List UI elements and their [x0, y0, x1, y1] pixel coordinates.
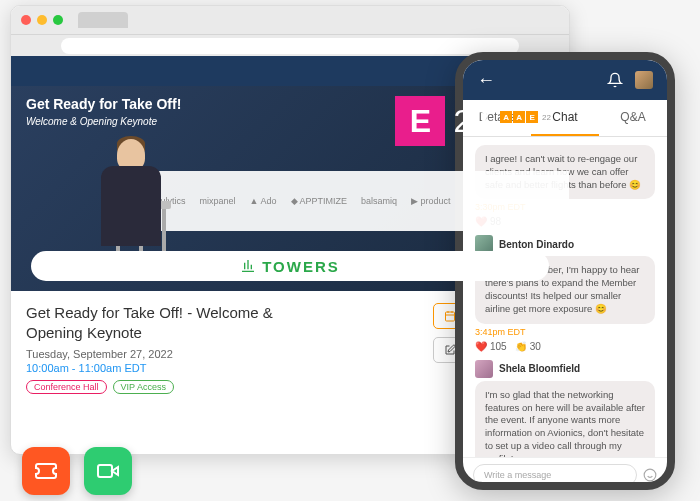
- browser-tab[interactable]: [78, 12, 128, 28]
- tag-conference-hall[interactable]: Conference Hall: [26, 380, 107, 394]
- svg-point-1: [644, 469, 656, 481]
- aae-badge: A A E 22: [500, 111, 551, 123]
- url-field[interactable]: [61, 38, 519, 54]
- session-video[interactable]: Get Ready for Take Off! Welcome & Openin…: [11, 86, 569, 291]
- phone-tabs: Details Chat Q&A: [463, 100, 667, 137]
- window-max-dot[interactable]: [53, 15, 63, 25]
- user-avatar[interactable]: [635, 71, 653, 89]
- browser-titlebar: [11, 6, 569, 34]
- window-close-dot[interactable]: [21, 15, 31, 25]
- svg-rect-0: [446, 312, 455, 321]
- svg-rect-2: [98, 465, 112, 477]
- event-logo: E 22: [395, 96, 489, 146]
- chat-message: Shela Bloomfield I'm so glad that the ne…: [475, 360, 655, 457]
- fab-row: [22, 447, 132, 495]
- reactions[interactable]: ❤️ 105 👏 30: [475, 341, 655, 352]
- bell-icon[interactable]: [607, 72, 623, 88]
- video-button[interactable]: [84, 447, 132, 495]
- phone-header: ←: [463, 60, 667, 100]
- tag-vip-access[interactable]: VIP Access: [113, 380, 174, 394]
- window-min-dot[interactable]: [37, 15, 47, 25]
- session-date: Tuesday, September 27, 2022: [26, 348, 326, 360]
- tab-qa[interactable]: Q&A: [599, 100, 667, 136]
- building-icon: [240, 258, 256, 274]
- session-time: 10:00am - 11:00am EDT: [26, 362, 326, 374]
- hero-title: Get Ready for Take Off! Welcome & Openin…: [26, 96, 181, 128]
- ticket-button[interactable]: [22, 447, 70, 495]
- chat-input-row: Write a message: [463, 457, 667, 490]
- chat-input[interactable]: Write a message: [473, 464, 637, 486]
- session-title: Get Ready for Take Off! - Welcome & Open…: [26, 303, 326, 342]
- towers-banner: TOWERS: [31, 251, 549, 281]
- emoji-icon[interactable]: [643, 468, 657, 482]
- back-icon[interactable]: ←: [477, 70, 495, 91]
- avatar[interactable]: [475, 360, 493, 378]
- speaker-figure: [71, 116, 191, 246]
